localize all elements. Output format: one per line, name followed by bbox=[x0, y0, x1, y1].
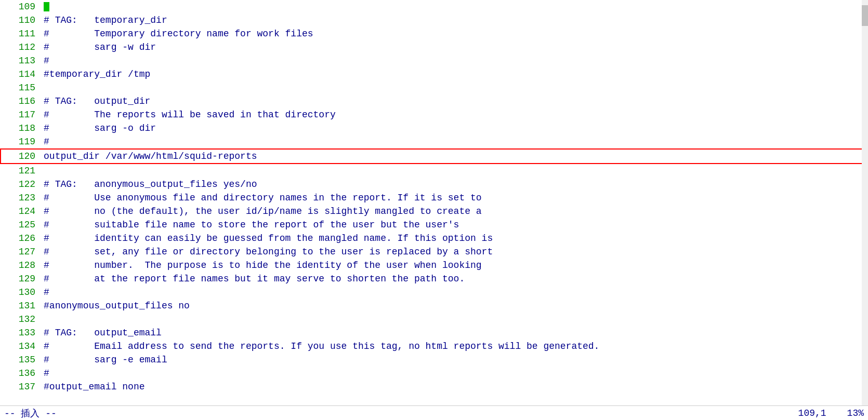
table-row: 130# bbox=[1, 286, 867, 299]
line-content: # TAG: output_email bbox=[42, 326, 867, 340]
table-row: 110# TAG: temporary_dir bbox=[1, 13, 867, 27]
line-content: # TAG: temporary_dir bbox=[42, 13, 867, 27]
line-content: # bbox=[42, 54, 867, 67]
table-row: 117# The reports will be saved in that d… bbox=[1, 108, 867, 121]
cursor bbox=[44, 2, 49, 11]
line-number: 119 bbox=[1, 135, 42, 149]
line-content bbox=[42, 313, 867, 326]
table-row: 137#output_email none bbox=[1, 380, 867, 394]
scrollbar[interactable] bbox=[862, 0, 868, 405]
line-number: 121 bbox=[1, 164, 42, 178]
table-row: 132 bbox=[1, 313, 867, 326]
table-row: 119# bbox=[1, 135, 867, 149]
line-content: #anonymous_output_files no bbox=[42, 299, 867, 313]
cursor-position: 109,1 bbox=[798, 408, 826, 418]
scroll-percent: 13% bbox=[847, 408, 864, 418]
line-content: # suitable file name to store the report… bbox=[42, 218, 867, 232]
table-row: 135# sarg -e email bbox=[1, 353, 867, 367]
table-row: 116# TAG: output_dir bbox=[1, 94, 867, 108]
line-content bbox=[42, 81, 867, 94]
line-content bbox=[42, 164, 867, 178]
line-content: # Temporary directory name for work file… bbox=[42, 27, 867, 40]
table-row: 128# number. The purpose is to hide the … bbox=[1, 259, 867, 272]
line-content: # TAG: output_dir bbox=[42, 94, 867, 108]
table-row: 115 bbox=[1, 81, 867, 94]
table-row: 111# Temporary directory name for work f… bbox=[1, 27, 867, 40]
line-number: 109 bbox=[1, 0, 42, 13]
line-content bbox=[42, 0, 867, 13]
line-number: 132 bbox=[1, 313, 42, 326]
line-content: # Email address to send the reports. If … bbox=[42, 340, 867, 353]
table-row: 131#anonymous_output_files no bbox=[1, 299, 867, 313]
code-area[interactable]: 109110# TAG: temporary_dir111# Temporary… bbox=[0, 0, 868, 405]
line-number: 111 bbox=[1, 27, 42, 40]
line-content: # at the report file names but it may se… bbox=[42, 272, 867, 286]
line-number: 125 bbox=[1, 218, 42, 232]
line-number: 122 bbox=[1, 178, 42, 191]
table-row: 118# sarg -o dir bbox=[1, 121, 867, 135]
line-number: 133 bbox=[1, 326, 42, 340]
line-number: 110 bbox=[1, 13, 42, 27]
editor-container: 109110# TAG: temporary_dir111# Temporary… bbox=[0, 0, 868, 420]
line-number: 124 bbox=[1, 205, 42, 218]
line-number: 127 bbox=[1, 245, 42, 259]
table-row: 126# identity can easily be guessed from… bbox=[1, 232, 867, 245]
line-number: 123 bbox=[1, 191, 42, 205]
table-row: 121 bbox=[1, 164, 867, 178]
line-number: 117 bbox=[1, 108, 42, 121]
line-number: 115 bbox=[1, 81, 42, 94]
line-content: # Use anonymous file and directory names… bbox=[42, 191, 867, 205]
line-content: # bbox=[42, 135, 867, 149]
status-bar: -- 插入 -- 109,1 13% bbox=[0, 405, 868, 420]
line-content: # sarg -o dir bbox=[42, 121, 867, 135]
line-content: # sarg -w dir bbox=[42, 40, 867, 54]
table-row: 123# Use anonymous file and directory na… bbox=[1, 191, 867, 205]
table-row: 122# TAG: anonymous_output_files yes/no bbox=[1, 178, 867, 191]
line-number: 114 bbox=[1, 67, 42, 81]
table-row: 114#temporary_dir /tmp bbox=[1, 67, 867, 81]
line-content: # number. The purpose is to hide the ide… bbox=[42, 259, 867, 272]
line-number: 129 bbox=[1, 272, 42, 286]
line-number: 116 bbox=[1, 94, 42, 108]
line-content: # sarg -e email bbox=[42, 353, 867, 367]
status-mode: -- 插入 -- bbox=[4, 407, 57, 419]
line-number: 137 bbox=[1, 380, 42, 394]
line-content: # bbox=[42, 367, 867, 380]
line-number: 128 bbox=[1, 259, 42, 272]
table-row: 129# at the report file names but it may… bbox=[1, 272, 867, 286]
table-row: 124# no (the default), the user id/ip/na… bbox=[1, 205, 867, 218]
line-number: 136 bbox=[1, 367, 42, 380]
line-content: # no (the default), the user id/ip/name … bbox=[42, 205, 867, 218]
line-number: 126 bbox=[1, 232, 42, 245]
line-content: #output_email none bbox=[42, 380, 867, 394]
table-row: 113# bbox=[1, 54, 867, 67]
line-content: # set, any file or directory belonging t… bbox=[42, 245, 867, 259]
line-content: #temporary_dir /tmp bbox=[42, 67, 867, 81]
line-content: # TAG: anonymous_output_files yes/no bbox=[42, 178, 867, 191]
table-row: 112# sarg -w dir bbox=[1, 40, 867, 54]
line-content: output_dir /var/www/html/squid-reports bbox=[42, 149, 867, 164]
line-content: # bbox=[42, 286, 867, 299]
line-content: # The reports will be saved in that dire… bbox=[42, 108, 867, 121]
table-row: 109 bbox=[1, 0, 867, 13]
table-row: 127# set, any file or directory belongin… bbox=[1, 245, 867, 259]
line-number: 130 bbox=[1, 286, 42, 299]
line-number: 113 bbox=[1, 54, 42, 67]
table-row: 136# bbox=[1, 367, 867, 380]
line-number: 134 bbox=[1, 340, 42, 353]
line-number: 120 bbox=[1, 149, 42, 164]
status-right: 109,1 13% bbox=[798, 408, 864, 418]
table-row: 125# suitable file name to store the rep… bbox=[1, 218, 867, 232]
scrollbar-thumb[interactable] bbox=[862, 5, 868, 26]
code-table: 109110# TAG: temporary_dir111# Temporary… bbox=[0, 0, 868, 394]
line-number: 131 bbox=[1, 299, 42, 313]
line-content: # identity can easily be guessed from th… bbox=[42, 232, 867, 245]
table-row: 134# Email address to send the reports. … bbox=[1, 340, 867, 353]
line-number: 112 bbox=[1, 40, 42, 54]
table-row: 120output_dir /var/www/html/squid-report… bbox=[1, 149, 867, 164]
line-number: 135 bbox=[1, 353, 42, 367]
table-row: 133# TAG: output_email bbox=[1, 326, 867, 340]
line-number: 118 bbox=[1, 121, 42, 135]
